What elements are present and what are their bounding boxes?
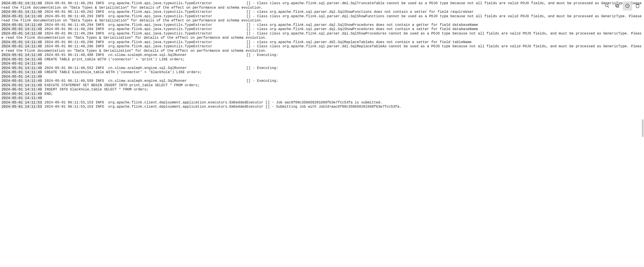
log-timestamp: 2024-05-01 14:11:49 [1, 14, 42, 18]
search-button[interactable] [602, 1, 612, 10]
log-timestamp: 2024-05-01 14:11:53 [1, 101, 42, 105]
log-line: 2024-05-01 14:11:49 CREATE TABLE blackho… [1, 70, 643, 75]
log-timestamp: 2024-05-01 14:11:49 [1, 44, 42, 48]
log-message: 2024-05-01 06:11:49,291 INFO org.apache.… [1, 1, 644, 10]
log-line: 2024-05-01 14:11:49 2024-05-01 06:11:49,… [1, 66, 643, 70]
log-line: 2024-05-01 14:11:49 [1, 96, 643, 101]
log-message: 2024-05-01 06:11:53,153 INFO org.apache.… [42, 101, 382, 105]
log-line: 2024-05-01 14:11:49 2024-05-01 06:11:49,… [1, 32, 643, 40]
log-message: 2024-05-01 06:11:49,480 INFO cn.sliew.sc… [42, 53, 278, 57]
log-line: 2024-05-01 14:11:49 CREATE TABLE print_t… [1, 57, 643, 62]
log-timestamp: 2024-05-01 14:11:49 [1, 10, 42, 14]
svg-rect-3 [616, 4, 618, 6]
log-line: 2024-05-01 14:11:49 END; [1, 92, 643, 96]
log-line: 2024-05-01 14:11:49 2024-05-01 06:11:49,… [1, 27, 643, 32]
log-line: 2024-05-01 14:11:49 2024-05-01 06:11:49,… [1, 44, 643, 53]
copy-icon [615, 3, 620, 9]
log-timestamp: 2024-05-01 14:11:49 [1, 1, 42, 5]
search-icon [604, 3, 610, 9]
log-message: 2024-05-01 06:11:49,294 INFO org.apache.… [42, 27, 478, 31]
log-line: 2024-05-01 14:11:49 2024-05-01 06:11:49,… [1, 14, 643, 23]
svg-line-1 [608, 6, 609, 7]
log-line: 2024-05-01 14:11:49 [1, 75, 643, 79]
log-timestamp: 2024-05-01 14:11:49 [1, 23, 42, 27]
log-timestamp: 2024-05-01 14:11:49 [1, 27, 42, 31]
log-timestamp: 2024-05-01 14:11:49 [1, 32, 42, 35]
log-timestamp: 2024-05-01 14:11:49 [1, 79, 42, 83]
log-message: 2024-05-01 06:11:53,153 INFO org.apache.… [42, 105, 402, 109]
log-line: 2024-05-01 14:11:49 2024-05-01 06:11:49,… [1, 40, 643, 45]
log-line: 2024-05-01 14:11:49 [1, 62, 643, 66]
log-line: 2024-05-01 14:11:49 EXECUTE STATEMENT SE… [1, 83, 643, 88]
log-message: 2024-05-01 06:11:49,293 INFO org.apache.… [1, 14, 644, 23]
log-message: 2024-05-01 06:11:49,552 INFO cn.sliew.sc… [42, 66, 278, 70]
log-message: 2024-05-01 06:11:49,292 INFO org.apache.… [42, 10, 474, 14]
log-message: 2024-05-01 06:11:49,294 INFO org.apache.… [1, 32, 642, 40]
log-toolbar [602, 1, 642, 10]
log-message: CREATE TABLE print_table WITH ('connecto… [42, 57, 184, 61]
log-message: 2024-05-01 06:11:49,296 INFO org.apache.… [42, 40, 472, 44]
log-message: 2024-05-01 06:11:49,559 INFO cn.sliew.sc… [42, 79, 278, 83]
log-timestamp: 2024-05-01 14:11:49 [1, 83, 42, 87]
log-timestamp: 2024-05-01 14:11:49 [1, 53, 42, 57]
log-line: 2024-05-01 14:11:49 2024-05-01 06:11:49,… [1, 53, 643, 57]
log-message: END; [42, 92, 53, 96]
log-message: 2024-05-01 06:11:49,294 INFO org.apache.… [42, 23, 478, 27]
log-timestamp: 2024-05-01 14:11:49 [1, 96, 42, 100]
log-line: 2024-05-01 14:11:49 2024-05-01 06:11:49,… [1, 10, 643, 14]
trash-icon [635, 3, 640, 9]
log-line: 2024-05-01 14:11:49 2024-05-01 06:11:49,… [1, 1, 643, 10]
timestamps-toggle-button[interactable] [623, 1, 632, 10]
log-timestamp: 2024-05-01 14:11:49 [1, 57, 42, 61]
svg-rect-2 [616, 5, 619, 7]
log-line: 2024-05-01 14:11:49 INSERT INTO blackhol… [1, 87, 643, 92]
log-timestamp: 2024-05-01 14:11:49 [1, 40, 42, 44]
log-message: EXECUTE STATEMENT SET BEGIN INSERT INTO … [42, 83, 200, 87]
log-timestamp: 2024-05-01 14:11:49 [1, 70, 42, 74]
log-message: INSERT INTO blackhole_table SELECT * FRO… [42, 87, 148, 91]
log-line: 2024-05-01 14:11:49 2024-05-01 06:11:49,… [1, 79, 643, 83]
log-timestamp: 2024-05-01 14:11:49 [1, 75, 42, 79]
log-line: 2024-05-01 14:11:53 2024-05-01 06:11:53,… [1, 101, 643, 105]
log-timestamp: 2024-05-01 14:11:53 [1, 105, 42, 109]
log-timestamp: 2024-05-01 14:11:49 [1, 62, 42, 66]
log-timestamp: 2024-05-01 14:11:49 [1, 66, 42, 70]
log-output: 2024-05-01 14:11:49 2024-05-01 06:11:49,… [0, 0, 644, 110]
log-line: 2024-05-01 14:11:53 2024-05-01 06:11:53,… [1, 105, 643, 109]
scrollbar-thumb[interactable] [642, 119, 644, 137]
log-timestamp: 2024-05-01 14:11:49 [1, 92, 42, 96]
clock-icon [625, 3, 630, 9]
clear-button[interactable] [633, 1, 642, 10]
log-message: CREATE TABLE blackhole_table WITH ('conn… [42, 70, 202, 74]
copy-button[interactable] [612, 1, 622, 10]
svg-point-0 [606, 4, 608, 7]
log-line: 2024-05-01 14:11:49 2024-05-01 06:11:49,… [1, 23, 643, 27]
log-message: 2024-05-01 06:11:49,296 INFO org.apache.… [1, 44, 642, 53]
log-timestamp: 2024-05-01 14:11:49 [1, 87, 42, 91]
log-viewport[interactable]: 2024-05-01 14:11:49 2024-05-01 06:11:49,… [0, 0, 644, 267]
